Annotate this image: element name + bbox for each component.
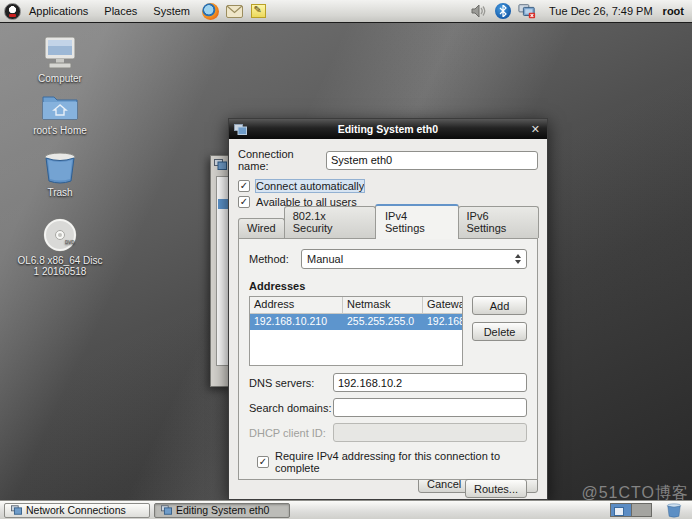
checkbox-available-all-users[interactable]: ✓ — [238, 196, 250, 208]
workspace-switcher[interactable] — [610, 503, 652, 517]
svg-text:DVD: DVD — [65, 240, 75, 245]
menu-system[interactable]: System — [145, 0, 198, 22]
network-status-icon[interactable] — [518, 2, 536, 20]
method-combobox[interactable]: Manual — [301, 249, 527, 269]
search-domains-input[interactable] — [333, 398, 527, 417]
cell-gateway: 192.168.10.2 — [423, 314, 462, 330]
method-label: Method: — [249, 253, 301, 265]
connection-name-label: Connection name: — [238, 148, 326, 172]
taskbar-trash-icon[interactable] — [666, 503, 682, 518]
addresses-table[interactable]: Address Netmask Gateway 192.168.10.210 2… — [249, 296, 463, 366]
checkbox-require-ipv4-label[interactable]: Require IPv4 addressing for this connect… — [275, 450, 527, 474]
routes-button[interactable]: Routes... — [465, 479, 527, 498]
desktop-icon-label: Trash — [16, 187, 104, 198]
method-value: Manual — [307, 253, 515, 265]
delete-button[interactable]: Delete — [472, 322, 527, 341]
window-icon — [161, 505, 172, 515]
col-header-gateway[interactable]: Gateway — [423, 297, 463, 313]
dialog-editing-system-eth0: Editing System eth0 ✕ Connection name: ✓… — [228, 118, 548, 500]
window-icon — [214, 159, 227, 170]
desktop-icon-label: OL6.8 x86_64 Disc — [16, 255, 104, 266]
tab-8021x-security[interactable]: 802.1x Security — [284, 206, 376, 238]
addresses-label: Addresses — [249, 280, 527, 292]
ipv4-settings-panel: Method: Manual Addresses Address Netmask… — [238, 238, 538, 480]
computer-icon — [16, 36, 104, 70]
watermark: @51CTO博客 — [581, 483, 689, 504]
col-header-address[interactable]: Address — [250, 297, 343, 313]
workspace-2[interactable] — [631, 504, 651, 516]
menu-applications[interactable]: Applications — [21, 0, 96, 22]
addresses-table-header[interactable]: Address Netmask Gateway — [250, 297, 462, 314]
bluetooth-icon[interactable] — [494, 2, 512, 20]
panel-clock[interactable]: Tue Dec 26, 7:49 PM — [539, 5, 663, 17]
combo-arrows-icon — [515, 254, 521, 264]
desktop-icon-label2: 1 20160518 — [16, 266, 104, 277]
dialog-titlebar-icon — [234, 124, 247, 135]
checkbox-connect-automatically[interactable]: ✓ — [238, 180, 250, 192]
desktop-icon-disc[interactable]: DVD OL6.8 x86_64 Disc 1 20160518 — [16, 218, 104, 277]
tab-wired[interactable]: Wired — [238, 218, 285, 238]
dvd-disc-icon: DVD — [16, 218, 104, 252]
desktop-icon-home[interactable]: root's Home — [16, 92, 104, 136]
dialog-titlebar[interactable]: Editing System eth0 ✕ — [229, 119, 547, 139]
dns-servers-input[interactable] — [333, 373, 527, 392]
volume-icon[interactable] — [470, 2, 488, 20]
checkbox-connect-automatically-label[interactable]: Connect automatically — [256, 180, 364, 192]
taskbar-item-label: Editing System eth0 — [176, 504, 269, 516]
taskbar-item-editing-system-eth0[interactable]: Editing System eth0 — [154, 503, 290, 518]
taskbar-item-network-connections[interactable]: Network Connections — [4, 503, 150, 518]
firefox-launcher-icon[interactable] — [201, 2, 219, 20]
search-domains-label: Search domains: — [249, 402, 333, 414]
cell-netmask: 255.255.255.0 — [343, 314, 423, 330]
add-button[interactable]: Add — [472, 296, 527, 315]
taskbar-item-label: Network Connections — [26, 504, 126, 516]
dialog-title: Editing System eth0 — [247, 123, 529, 135]
notes-launcher-icon[interactable] — [249, 2, 267, 20]
desktop-icon-label: Computer — [16, 73, 104, 84]
close-icon[interactable]: ✕ — [529, 123, 542, 136]
tab-ipv6-settings[interactable]: IPv6 Settings — [458, 206, 540, 238]
panel-user[interactable]: root — [663, 5, 692, 17]
window-icon — [11, 505, 22, 515]
menu-system-label: System — [153, 5, 190, 17]
col-header-netmask[interactable]: Netmask — [343, 297, 423, 313]
menu-applications-label: Applications — [29, 5, 88, 17]
desktop-icon-trash[interactable]: Trash — [16, 152, 104, 198]
cell-address: 192.168.10.210 — [250, 314, 343, 330]
evolution-mail-icon[interactable] — [225, 2, 243, 20]
top-panel: Applications Places System Tue Dec 26, 7… — [0, 0, 692, 23]
menu-places-label: Places — [104, 5, 137, 17]
connection-name-input[interactable] — [326, 151, 538, 170]
dns-servers-label: DNS servers: — [249, 377, 333, 389]
workspace-1[interactable] — [611, 504, 631, 516]
trash-icon — [16, 152, 104, 184]
settings-tabs: Wired 802.1x Security IPv4 Settings IPv6… — [238, 217, 538, 238]
home-folder-icon — [16, 92, 104, 122]
checkbox-require-ipv4[interactable]: ✓ — [257, 456, 269, 468]
tab-ipv4-settings[interactable]: IPv4 Settings — [375, 204, 459, 239]
menu-places[interactable]: Places — [96, 0, 145, 22]
dhcp-client-id-input — [333, 423, 527, 442]
dhcp-client-id-label: DHCP client ID: — [249, 427, 333, 439]
table-row[interactable]: 192.168.10.210 255.255.255.0 192.168.10.… — [250, 314, 462, 330]
desktop-icon-computer[interactable]: Computer — [16, 36, 104, 84]
desktop-icon-label: root's Home — [16, 125, 104, 136]
distro-logo-icon[interactable] — [4, 3, 21, 20]
